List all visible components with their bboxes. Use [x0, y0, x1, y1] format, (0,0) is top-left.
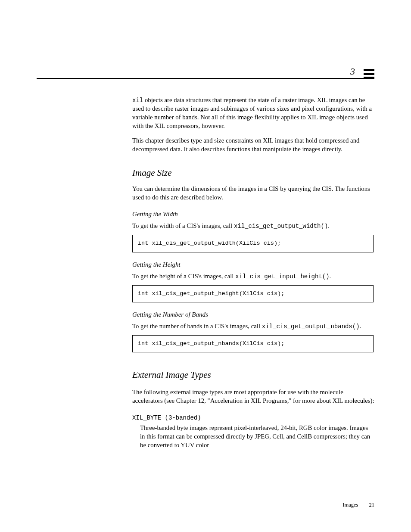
intro-lead-label: xil [132, 97, 143, 104]
footer: Images 21 [342, 502, 374, 508]
intro-para-1-text: objects are data structures that represe… [132, 96, 372, 129]
code-height: int xil_cis_get_output_height(XilCis cis… [132, 285, 374, 302]
height-lead: To get the height of a CIS's images, cal… [132, 273, 235, 280]
external-para: The following external image types are m… [132, 388, 374, 405]
footer-text: Images [342, 502, 358, 508]
subhead-bands: Getting the Number of Bands [132, 310, 374, 319]
section-title-image-size: Image Size [132, 167, 374, 179]
height-fn: xil_cis_get_input_height() [235, 273, 329, 280]
height-para: To get the height of a CIS's images, cal… [132, 272, 374, 281]
triple-bar-icon [364, 69, 374, 79]
external-item-1-body: Three-banded byte images represent pixel… [140, 424, 374, 450]
external-item-1-head: XIL_BYTE (3-banded) [132, 414, 374, 422]
bands-fn: xil_cis_get_output_nbands() [262, 323, 360, 330]
bands-para: To get the number of bands in a CIS's im… [132, 322, 374, 331]
width-para: To get the width of a CIS's images, call… [132, 222, 374, 230]
subhead-height: Getting the Height [132, 260, 374, 269]
intro-para-1: xil objects are data structures that rep… [132, 96, 374, 131]
code-width: int xil_cis_get_output_width(XilCis cis)… [132, 235, 374, 252]
header-page-number: 3 [350, 66, 355, 77]
size-intro-para: You can determine the dimensions of the … [132, 185, 374, 202]
intro-para-2: This chapter describes type and size con… [132, 137, 374, 154]
width-fn: xil_cis_get_output_width() [234, 223, 328, 230]
code-bands: int xil_cis_get_output_nbands(XilCis cis… [132, 335, 374, 352]
footer-page-number: 21 [369, 502, 375, 508]
header-rule: 3 [37, 67, 374, 79]
bands-lead: To get the number of bands in a CIS's im… [132, 323, 262, 330]
section-title-external: External Image Types [132, 369, 374, 381]
width-lead: To get the width of a CIS's images, call [132, 222, 234, 229]
subhead-width: Getting the Width [132, 210, 374, 218]
